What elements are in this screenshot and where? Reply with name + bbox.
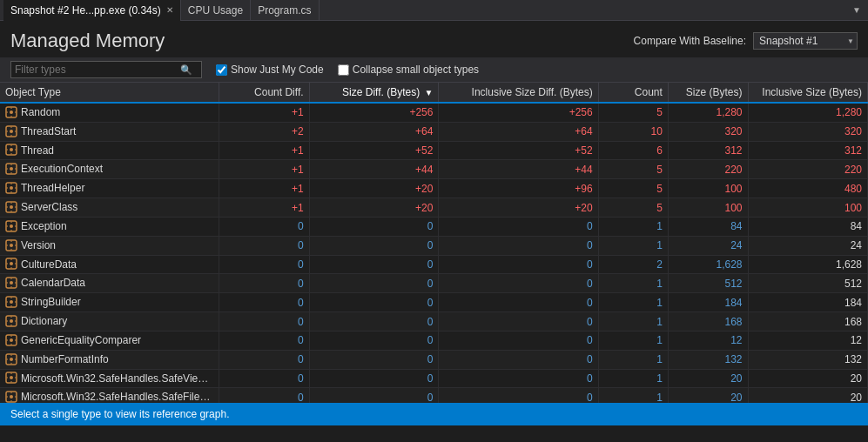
- table-row[interactable]: GenericEqualityComparer00011212: [0, 331, 868, 350]
- compare-dropdown[interactable]: Snapshot #1 Snapshot #2: [753, 32, 858, 50]
- cell-object-type: Version: [0, 236, 219, 255]
- col-header-count[interactable]: Count: [598, 83, 668, 103]
- cell-object-type: GenericEqualityComparer: [0, 331, 219, 350]
- cell-incl-size: 320: [748, 122, 868, 141]
- cell-size: 312: [668, 141, 748, 160]
- cell-size-diff: 0: [309, 350, 439, 369]
- table-row[interactable]: CultureData00021,6281,628: [0, 255, 868, 274]
- table-row[interactable]: ServerClass+1+20+205100100: [0, 198, 868, 218]
- cell-incl-size: 168: [748, 312, 868, 332]
- cell-count-diff: 0: [219, 388, 309, 403]
- cell-incl-size-diff: +96: [439, 179, 598, 198]
- cell-count-diff: +1: [219, 179, 309, 198]
- svg-point-91: [10, 395, 13, 398]
- tab-snapshot2[interactable]: Snapshot #2 He...pp.exe (0.34s) ✕: [3, 0, 181, 21]
- cell-count-diff: +1: [219, 103, 309, 122]
- tab-cpu-usage[interactable]: CPU Usage: [181, 0, 251, 21]
- cell-incl-size-diff: +64: [439, 122, 598, 141]
- cell-count: 1: [598, 274, 668, 293]
- type-name: Microsoft.Win32.SafeHandles.SafeVie…: [21, 372, 208, 385]
- table-row[interactable]: Exception00018484: [0, 217, 868, 236]
- type-name: Exception: [21, 220, 67, 232]
- cell-object-type: Exception: [0, 217, 219, 236]
- cell-incl-size: 1,628: [748, 255, 868, 274]
- svg-point-37: [10, 224, 13, 228]
- collapse-small-checkbox[interactable]: [338, 64, 349, 76]
- status-bar: Select a single type to view its referen…: [0, 403, 868, 425]
- cell-size-diff: 0: [309, 312, 439, 332]
- cell-size: 512: [668, 274, 748, 293]
- table-row[interactable]: Microsoft.Win32.SafeHandles.SafeFile…000…: [0, 388, 868, 403]
- tab-snapshot2-label: Snapshot #2 He...pp.exe (0.34s): [10, 4, 161, 17]
- cell-size-diff: +20: [309, 198, 439, 218]
- cell-incl-size-diff: 0: [439, 369, 598, 388]
- cell-incl-size-diff: 0: [439, 274, 598, 293]
- cell-incl-size-diff: +256: [439, 103, 598, 122]
- memory-table: Object Type Count Diff. Size Diff. (Byte…: [0, 83, 868, 403]
- cell-incl-size: 184: [748, 293, 868, 312]
- table-row[interactable]: StringBuilder0001184184: [0, 293, 868, 312]
- cell-object-type: ExecutionContext: [0, 160, 219, 179]
- search-input[interactable]: [15, 64, 180, 76]
- cell-size: 132: [668, 350, 748, 369]
- svg-point-55: [10, 281, 13, 285]
- cell-size-diff: +44: [309, 160, 439, 179]
- tab-program-cs-label: Program.cs: [258, 4, 311, 17]
- cell-incl-size: 20: [748, 388, 868, 403]
- col-header-object-type[interactable]: Object Type: [0, 83, 219, 103]
- cell-object-type: NumberFormatInfo: [0, 350, 219, 369]
- table-row[interactable]: ExecutionContext+1+44+445220220: [0, 160, 868, 179]
- cell-count-diff: 0: [219, 293, 309, 312]
- col-header-incl-size-diff[interactable]: Inclusive Size Diff. (Bytes): [439, 83, 598, 103]
- cell-count-diff: 0: [219, 255, 309, 274]
- cell-size: 24: [668, 236, 748, 255]
- table-row[interactable]: NumberFormatInfo0001132132: [0, 350, 868, 369]
- table-body: Random+1+256+25651,2801,280 ThreadStart+…: [0, 103, 868, 403]
- type-name: CultureData: [21, 258, 77, 271]
- tab-overflow-arrow[interactable]: ▼: [849, 5, 865, 15]
- col-header-size[interactable]: Size (Bytes): [668, 83, 748, 103]
- cell-size-diff: 0: [309, 255, 439, 274]
- collapse-small-label[interactable]: Collapse small object types: [338, 64, 479, 76]
- cell-size: 320: [668, 122, 748, 141]
- sort-arrow-size-diff: ▼: [425, 88, 434, 97]
- title-bar: Snapshot #2 He...pp.exe (0.34s) ✕ CPU Us…: [0, 0, 868, 21]
- cell-incl-size-diff: +20: [439, 198, 598, 218]
- cell-size-diff: 0: [309, 274, 439, 293]
- cell-incl-size: 132: [748, 350, 868, 369]
- tab-snapshot2-close[interactable]: ✕: [166, 5, 173, 15]
- col-header-incl-size[interactable]: Inclusive Size (Bytes): [748, 83, 868, 103]
- table-row[interactable]: ThreadHelper+1+20+965100480: [0, 179, 868, 198]
- show-just-my-code-checkbox[interactable]: [216, 64, 227, 76]
- table-row[interactable]: Thread+1+52+526312312: [0, 141, 868, 160]
- cell-incl-size: 1,280: [748, 103, 868, 122]
- table-row[interactable]: CalendarData0001512512: [0, 274, 868, 293]
- table-row[interactable]: Random+1+256+25651,2801,280: [0, 103, 868, 122]
- cell-size: 100: [668, 198, 748, 218]
- table-row[interactable]: ThreadStart+2+64+6410320320: [0, 122, 868, 141]
- cell-count-diff: 0: [219, 331, 309, 350]
- cell-object-type: Microsoft.Win32.SafeHandles.SafeVie…: [0, 369, 219, 388]
- table-container[interactable]: Object Type Count Diff. Size Diff. (Byte…: [0, 83, 868, 403]
- svg-point-61: [10, 300, 13, 304]
- compare-select-wrapper[interactable]: Snapshot #1 Snapshot #2: [753, 32, 858, 50]
- svg-point-19: [10, 167, 13, 171]
- type-name: ThreadHelper: [21, 182, 84, 194]
- search-box[interactable]: 🔍: [10, 61, 202, 78]
- show-just-my-code-label[interactable]: Show Just My Code: [216, 64, 324, 76]
- cell-size-diff: 0: [309, 369, 439, 388]
- table-row[interactable]: Dictionary0001168168: [0, 312, 868, 332]
- table-row[interactable]: Microsoft.Win32.SafeHandles.SafeVie…0001…: [0, 369, 868, 388]
- table-row[interactable]: Version00012424: [0, 236, 868, 255]
- col-header-count-diff[interactable]: Count Diff.: [219, 83, 309, 103]
- cell-object-type: ThreadHelper: [0, 179, 219, 198]
- type-name: CalendarData: [21, 277, 85, 289]
- cell-incl-size-diff: 0: [439, 217, 598, 236]
- cell-size-diff: 0: [309, 331, 439, 350]
- cell-count: 5: [598, 198, 668, 218]
- cell-size: 1,280: [668, 103, 748, 122]
- tab-program-cs[interactable]: Program.cs: [251, 0, 319, 21]
- cell-count-diff: 0: [219, 217, 309, 236]
- cell-size-diff: +52: [309, 141, 439, 160]
- col-header-size-diff[interactable]: Size Diff. (Bytes) ▼: [309, 83, 439, 103]
